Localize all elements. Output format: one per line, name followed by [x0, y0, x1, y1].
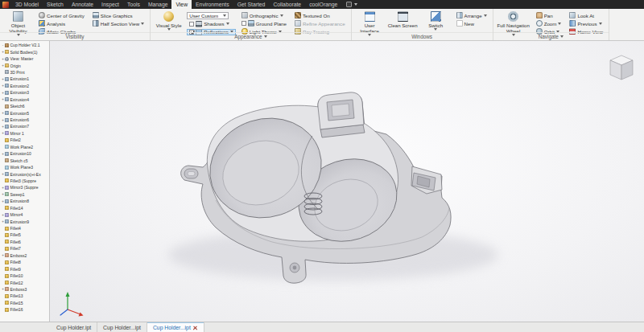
slice-graphics-icon — [93, 12, 99, 18]
tree-item[interactable]: Fillet5 — [0, 232, 49, 238]
previous-view-icon — [569, 20, 576, 27]
half-section-view-button[interactable]: Half Section View — [90, 20, 147, 27]
ground-plane-toggle[interactable]: Ground Plane — [239, 20, 289, 27]
fillet-icon — [5, 247, 9, 251]
tree-item[interactable]: Fillet12 — [0, 279, 49, 285]
document-tab[interactable]: Cup Holder...ipt — [147, 322, 204, 332]
arrange-label: Arrange — [464, 13, 482, 18]
tree-item[interactable]: Fillet15 — [0, 300, 49, 306]
menu-tab-sketch[interactable]: Sketch — [43, 0, 68, 9]
tree-item[interactable]: +Extrusion1 — [0, 76, 49, 82]
tree-item[interactable]: Fillet14 — [0, 205, 49, 211]
tree-item[interactable]: +Extrusion4 — [0, 96, 49, 103]
pan-icon — [536, 12, 543, 18]
tree-item[interactable]: +Extrusion6 — [0, 117, 49, 123]
tree-item[interactable]: 3D Print — [0, 69, 49, 76]
tree-item[interactable]: +Extrusion8 — [0, 198, 49, 204]
tree-item[interactable]: +Extrusion9 — [0, 218, 49, 224]
document-tabs: Cup Holder.iptCup Holder...iptCup Holder… — [51, 322, 204, 332]
tree-item[interactable]: Sketch c5 — [0, 157, 49, 163]
menu-tab-manage[interactable]: Manage — [144, 0, 172, 9]
tree-item[interactable]: +Extrusion5 — [0, 109, 49, 116]
look-at-button[interactable]: Look At — [567, 12, 605, 19]
tree-item-label: Solid Bodies(1) — [10, 50, 38, 55]
tree-item[interactable]: +Extrusion3 — [0, 89, 49, 96]
new-window-icon — [456, 20, 463, 27]
viewport[interactable] — [50, 41, 644, 322]
chevron-down-icon — [223, 14, 226, 17]
tree-item[interactable]: +Extrusion10 — [0, 150, 49, 157]
menu-tab-inspect[interactable]: Inspect — [97, 0, 123, 9]
tree-item[interactable]: Fillet6 — [0, 239, 49, 245]
document-tab[interactable]: Cup Holder...ipt — [97, 322, 147, 332]
menu-tab-get-started[interactable]: Get Started — [233, 0, 270, 9]
center-of-gravity-toggle[interactable]: Center of Gravity — [36, 12, 87, 19]
slice-graphics-button[interactable]: Slice Graphics — [90, 12, 147, 19]
shadows-toggle[interactable]: Shadows — [187, 21, 236, 28]
tree-item[interactable]: +Emboss2 — [0, 252, 49, 259]
tree-item[interactable]: +Origin — [0, 62, 49, 68]
tree-item[interactable]: +View: Master — [0, 55, 49, 62]
tree-item[interactable]: +Extrusion7 — [0, 123, 49, 129]
tree-item[interactable]: +Sweep1 — [0, 191, 49, 198]
menu-tab-annotate[interactable]: Annotate — [68, 0, 97, 9]
tree-item[interactable]: +Mirror4 — [0, 211, 49, 218]
menu-tab-tools[interactable]: Tools — [123, 0, 144, 9]
menu-tab-collaborate[interactable]: Collaborate — [269, 0, 305, 9]
pan-button[interactable]: Pan — [534, 12, 564, 19]
menu-tab-environments[interactable]: Environments — [192, 0, 233, 9]
tree-item[interactable]: -Cup Holder V2.1 — [0, 42, 49, 48]
tree-item[interactable]: +Mirror 1 — [0, 130, 49, 137]
menu-tab-view[interactable]: View — [171, 0, 192, 9]
tree-item[interactable]: Fillet4 — [0, 225, 49, 232]
extrude-icon — [5, 219, 9, 223]
orthographic-button[interactable]: Orthographic — [239, 12, 289, 19]
extrude-icon — [5, 97, 9, 101]
document-tab[interactable]: Cup Holder.ipt — [51, 322, 97, 332]
ground-plane-checkbox[interactable] — [242, 21, 246, 26]
visual-style-button[interactable]: Visual Style — [154, 10, 184, 31]
tree-item[interactable]: Fillet8 — [0, 259, 49, 265]
ribbon-display-icon[interactable] — [346, 2, 352, 7]
fillet-icon — [5, 260, 9, 264]
tree-item-label: Sweep1 — [10, 192, 25, 197]
group-label-appearance[interactable]: Appearance — [151, 32, 350, 40]
tree-item[interactable]: Work Plane3 — [0, 164, 49, 170]
tree-item-label: Fillet2 — [10, 137, 21, 142]
view-cube[interactable] — [610, 55, 633, 80]
tree-item[interactable]: +Mirror3 (Suppre — [0, 184, 49, 191]
tree-item[interactable]: +Solid Bodies(1) — [0, 48, 49, 55]
previous-view-button[interactable]: Previous — [567, 20, 605, 27]
shadows-checkbox[interactable] — [189, 22, 194, 27]
fillet-icon — [5, 206, 9, 210]
tree-item[interactable]: Fillet10 — [0, 273, 49, 279]
tree-item[interactable]: Fillet16 — [0, 306, 49, 313]
analysis-button[interactable]: Analysis — [36, 20, 87, 27]
tree-item[interactable]: +Emboss3 — [0, 286, 49, 293]
tree-item[interactable]: +Extrusion2 — [0, 83, 49, 89]
app-icon[interactable] — [2, 2, 9, 8]
tree-item[interactable]: Fillet9 — [0, 265, 49, 272]
tree-item[interactable]: Work Plane2 — [0, 144, 49, 150]
menu-tab-3d-model[interactable]: 3D Model — [11, 0, 43, 9]
tree-item[interactable]: Fillet7 — [0, 245, 49, 252]
tree-item[interactable]: Fillet2 — [0, 137, 49, 143]
textured-on-button[interactable]: Textured On — [292, 12, 348, 19]
clean-screen-button[interactable]: Clean Screen — [388, 10, 418, 28]
zoom-button[interactable]: Zoom — [534, 20, 564, 27]
tree-item[interactable]: Fillet3 (Suppre — [0, 178, 49, 184]
new-window-button[interactable]: New — [454, 20, 489, 27]
lighting-style-dropdown[interactable]: User Custom — [187, 12, 229, 19]
statusbar: Cup Holder.iptCup Holder...iptCup Holder… — [0, 322, 644, 332]
viewport-canvas[interactable] — [50, 41, 644, 322]
arrange-button[interactable]: Arrange — [454, 12, 489, 19]
tree-item[interactable]: Fillet13 — [0, 293, 49, 299]
switch-button[interactable]: Switch — [421, 10, 451, 31]
menu-tab-coolorange[interactable]: coolOrange — [305, 0, 341, 9]
group-label-navigate[interactable]: Navigate — [493, 32, 609, 40]
tree-item[interactable]: Sketch6 — [0, 103, 49, 109]
chevron-down-icon[interactable] — [354, 3, 357, 6]
refine-appearance-button[interactable]: Refine Appearance — [292, 20, 348, 27]
tree-item[interactable]: +Extrusion(s)+i-Ex — [0, 170, 49, 177]
close-icon[interactable] — [193, 325, 198, 330]
